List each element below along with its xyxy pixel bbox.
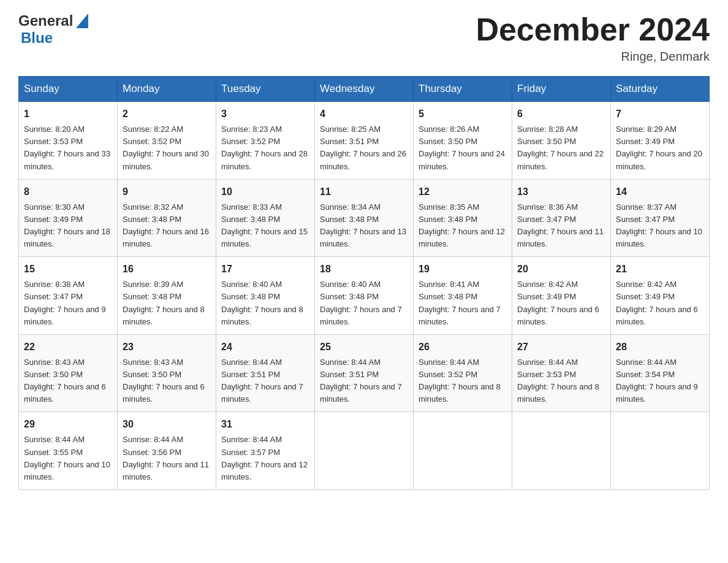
day-number: 6: [517, 107, 605, 121]
calendar-cell: 17Sunrise: 8:40 AMSunset: 3:48 PMDayligh…: [216, 257, 315, 335]
day-info: Sunrise: 8:44 AMSunset: 3:52 PMDaylight:…: [419, 358, 501, 404]
calendar-cell: 14Sunrise: 8:37 AMSunset: 3:47 PMDayligh…: [611, 179, 710, 257]
day-info: Sunrise: 8:42 AMSunset: 3:49 PMDaylight:…: [517, 280, 599, 326]
day-info: Sunrise: 8:35 AMSunset: 3:48 PMDaylight:…: [419, 202, 505, 248]
col-thursday: Thursday: [414, 77, 512, 102]
day-number: 25: [320, 340, 408, 354]
day-number: 17: [221, 262, 309, 277]
calendar-cell: 19Sunrise: 8:41 AMSunset: 3:48 PMDayligh…: [414, 257, 512, 335]
day-info: Sunrise: 8:36 AMSunset: 3:47 PMDaylight:…: [517, 202, 604, 248]
day-info: Sunrise: 8:22 AMSunset: 3:52 PMDaylight:…: [123, 124, 209, 170]
calendar-cell: 28Sunrise: 8:44 AMSunset: 3:54 PMDayligh…: [611, 334, 710, 412]
calendar-cell: 15Sunrise: 8:38 AMSunset: 3:47 PMDayligh…: [19, 257, 118, 335]
day-number: 31: [221, 417, 309, 432]
calendar-cell: 26Sunrise: 8:44 AMSunset: 3:52 PMDayligh…: [414, 334, 512, 412]
col-monday: Monday: [118, 77, 216, 102]
day-info: Sunrise: 8:44 AMSunset: 3:51 PMDaylight:…: [320, 358, 402, 404]
day-number: 1: [24, 107, 112, 121]
calendar-cell: 11Sunrise: 8:34 AMSunset: 3:48 PMDayligh…: [315, 179, 414, 257]
day-info: Sunrise: 8:41 AMSunset: 3:48 PMDaylight:…: [419, 280, 501, 326]
day-info: Sunrise: 8:44 AMSunset: 3:51 PMDaylight:…: [221, 358, 303, 404]
day-number: 30: [123, 417, 211, 432]
day-info: Sunrise: 8:20 AMSunset: 3:53 PMDaylight:…: [24, 124, 110, 170]
calendar-cell: 9Sunrise: 8:32 AMSunset: 3:48 PMDaylight…: [118, 179, 216, 257]
calendar-cell: 30Sunrise: 8:44 AMSunset: 3:56 PMDayligh…: [118, 412, 216, 490]
day-info: Sunrise: 8:26 AMSunset: 3:50 PMDaylight:…: [419, 124, 505, 170]
day-number: 20: [517, 262, 605, 277]
day-info: Sunrise: 8:44 AMSunset: 3:57 PMDaylight:…: [221, 435, 308, 481]
day-number: 29: [24, 417, 112, 432]
calendar-cell: 8Sunrise: 8:30 AMSunset: 3:49 PMDaylight…: [19, 179, 118, 257]
logo-blue-text: Blue: [21, 29, 53, 46]
calendar-cell: 5Sunrise: 8:26 AMSunset: 3:50 PMDaylight…: [414, 102, 512, 180]
col-friday: Friday: [512, 77, 611, 102]
page-header: General Blue December 2024 Ringe, Denmar…: [18, 12, 710, 64]
day-info: Sunrise: 8:23 AMSunset: 3:52 PMDaylight:…: [221, 124, 308, 170]
day-number: 24: [221, 340, 309, 354]
calendar-cell: 22Sunrise: 8:43 AMSunset: 3:50 PMDayligh…: [19, 334, 118, 412]
day-info: Sunrise: 8:39 AMSunset: 3:48 PMDaylight:…: [123, 280, 205, 326]
logo-triangle-icon: [76, 13, 88, 28]
col-wednesday: Wednesday: [315, 77, 414, 102]
calendar-cell: 2Sunrise: 8:22 AMSunset: 3:52 PMDaylight…: [118, 102, 216, 180]
calendar-cell: 10Sunrise: 8:33 AMSunset: 3:48 PMDayligh…: [216, 179, 315, 257]
week-row-3: 15Sunrise: 8:38 AMSunset: 3:47 PMDayligh…: [19, 257, 710, 335]
day-info: Sunrise: 8:43 AMSunset: 3:50 PMDaylight:…: [123, 358, 205, 404]
calendar-cell: 1Sunrise: 8:20 AMSunset: 3:53 PMDaylight…: [19, 102, 118, 180]
day-info: Sunrise: 8:44 AMSunset: 3:53 PMDaylight:…: [517, 358, 599, 404]
calendar-cell: 16Sunrise: 8:39 AMSunset: 3:48 PMDayligh…: [118, 257, 216, 335]
calendar-table: Sunday Monday Tuesday Wednesday Thursday…: [18, 76, 710, 490]
calendar-cell: 18Sunrise: 8:40 AMSunset: 3:48 PMDayligh…: [315, 257, 414, 335]
day-number: 22: [24, 340, 112, 354]
calendar-cell: 20Sunrise: 8:42 AMSunset: 3:49 PMDayligh…: [512, 257, 611, 335]
day-info: Sunrise: 8:38 AMSunset: 3:47 PMDaylight:…: [24, 280, 106, 326]
col-tuesday: Tuesday: [216, 77, 315, 102]
day-number: 16: [123, 262, 211, 277]
calendar-cell: [611, 412, 710, 490]
col-saturday: Saturday: [611, 77, 710, 102]
week-row-2: 8Sunrise: 8:30 AMSunset: 3:49 PMDaylight…: [19, 179, 710, 257]
calendar-cell: [315, 412, 414, 490]
day-info: Sunrise: 8:33 AMSunset: 3:48 PMDaylight:…: [221, 202, 308, 248]
day-info: Sunrise: 8:40 AMSunset: 3:48 PMDaylight:…: [320, 280, 402, 326]
calendar-cell: [414, 412, 512, 490]
day-number: 10: [221, 185, 309, 199]
day-number: 18: [320, 262, 408, 277]
day-number: 15: [24, 262, 112, 277]
day-number: 11: [320, 185, 408, 199]
day-info: Sunrise: 8:34 AMSunset: 3:48 PMDaylight:…: [320, 202, 406, 248]
day-number: 27: [517, 340, 605, 354]
week-row-5: 29Sunrise: 8:44 AMSunset: 3:55 PMDayligh…: [19, 412, 710, 490]
calendar-cell: 6Sunrise: 8:28 AMSunset: 3:50 PMDaylight…: [512, 102, 611, 180]
day-info: Sunrise: 8:30 AMSunset: 3:49 PMDaylight:…: [24, 202, 110, 248]
day-info: Sunrise: 8:28 AMSunset: 3:50 PMDaylight:…: [517, 124, 604, 170]
day-number: 7: [616, 107, 704, 121]
week-row-1: 1Sunrise: 8:20 AMSunset: 3:53 PMDaylight…: [19, 102, 710, 180]
col-sunday: Sunday: [19, 77, 118, 102]
day-number: 4: [320, 107, 408, 121]
day-number: 14: [616, 185, 704, 199]
calendar-cell: 21Sunrise: 8:42 AMSunset: 3:49 PMDayligh…: [611, 257, 710, 335]
day-info: Sunrise: 8:25 AMSunset: 3:51 PMDaylight:…: [320, 124, 406, 170]
calendar-cell: 3Sunrise: 8:23 AMSunset: 3:52 PMDaylight…: [216, 102, 315, 180]
calendar-cell: 27Sunrise: 8:44 AMSunset: 3:53 PMDayligh…: [512, 334, 611, 412]
calendar-cell: [512, 412, 611, 490]
calendar-cell: 12Sunrise: 8:35 AMSunset: 3:48 PMDayligh…: [414, 179, 512, 257]
calendar-cell: 25Sunrise: 8:44 AMSunset: 3:51 PMDayligh…: [315, 334, 414, 412]
day-number: 26: [419, 340, 507, 354]
day-info: Sunrise: 8:40 AMSunset: 3:48 PMDaylight:…: [221, 280, 303, 326]
day-info: Sunrise: 8:44 AMSunset: 3:56 PMDaylight:…: [123, 435, 209, 481]
day-info: Sunrise: 8:43 AMSunset: 3:50 PMDaylight:…: [24, 358, 106, 404]
day-number: 13: [517, 185, 605, 199]
day-number: 21: [616, 262, 704, 277]
day-number: 3: [221, 107, 309, 121]
day-info: Sunrise: 8:44 AMSunset: 3:54 PMDaylight:…: [616, 358, 698, 404]
day-number: 28: [616, 340, 704, 354]
calendar-cell: 23Sunrise: 8:43 AMSunset: 3:50 PMDayligh…: [118, 334, 216, 412]
day-info: Sunrise: 8:29 AMSunset: 3:49 PMDaylight:…: [616, 124, 702, 170]
day-number: 9: [123, 185, 211, 199]
calendar-cell: 7Sunrise: 8:29 AMSunset: 3:49 PMDaylight…: [611, 102, 710, 180]
calendar-cell: 24Sunrise: 8:44 AMSunset: 3:51 PMDayligh…: [216, 334, 315, 412]
calendar-cell: 29Sunrise: 8:44 AMSunset: 3:55 PMDayligh…: [19, 412, 118, 490]
day-info: Sunrise: 8:44 AMSunset: 3:55 PMDaylight:…: [24, 435, 110, 481]
